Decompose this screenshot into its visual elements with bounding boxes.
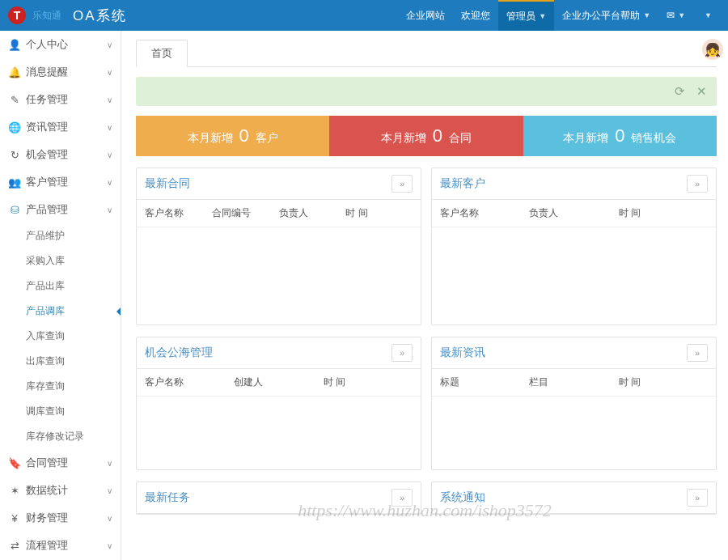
- col-header: 时 间: [619, 375, 708, 389]
- loop-icon: ↻: [8, 149, 21, 161]
- sidebar-label: 机会管理: [26, 147, 68, 162]
- panel-title: 最新客户: [440, 176, 485, 191]
- stat-value: 0: [615, 125, 624, 146]
- user-avatar[interactable]: 👧: [702, 39, 723, 60]
- sidebar: 👤个人中心∨ 🔔消息提醒∨ ✎任务管理∨ 🌐资讯管理∨ ↻机会管理∨ 👥客户管理…: [0, 31, 121, 560]
- sidebar-sub-transfer[interactable]: 产品调库: [18, 299, 121, 324]
- sidebar-item-tasks[interactable]: ✎任务管理∨: [0, 86, 121, 113]
- sidebar-label: 资讯管理: [26, 120, 68, 134]
- col-header: 合同编号: [212, 206, 279, 220]
- chevron-down-icon: ∨: [107, 459, 112, 468]
- panel-body: [137, 397, 421, 469]
- panel-latest-customer: 最新客户» 客户名称 负责人 时 间: [431, 168, 717, 325]
- more-button[interactable]: »: [687, 489, 708, 507]
- sidebar-label: 任务管理: [26, 92, 68, 107]
- panel-latest-news: 最新资讯» 标题 栏目 时 间: [431, 337, 717, 470]
- col-header: 时 间: [619, 206, 708, 220]
- stat-prefix: 本月新增: [188, 131, 233, 144]
- sidebar-sub-in-query[interactable]: 入库查询: [18, 324, 121, 349]
- panel-public-opportunity: 机会公海管理» 客户名称 创建人 时 间: [136, 337, 421, 470]
- sidebar-sub-product-out[interactable]: 产品出库: [18, 274, 121, 299]
- sidebar-sub-maintain[interactable]: 产品维护: [18, 223, 121, 248]
- col-header: 标题: [440, 375, 529, 389]
- sidebar-item-contract[interactable]: 🔖合同管理∨: [0, 449, 121, 477]
- panel-columns: 标题 栏目 时 间: [432, 369, 716, 397]
- sidebar-sub-purchase-in[interactable]: 采购入库: [18, 248, 121, 274]
- sidebar-item-stats[interactable]: ✶数据统计∨: [0, 477, 121, 504]
- retweet-icon: ⇄: [8, 540, 21, 552]
- chevron-down-icon: ▼: [678, 11, 685, 19]
- panel-body: [137, 227, 421, 325]
- sidebar-item-finance[interactable]: ¥财务管理∨: [0, 504, 121, 532]
- sidebar-item-product[interactable]: ⛁产品管理∨: [0, 196, 121, 223]
- sidebar-label: 数据统计: [26, 483, 68, 498]
- tab-home[interactable]: 首页: [136, 40, 188, 67]
- col-header: 客户名称: [440, 206, 529, 220]
- sidebar-sub-stock-log[interactable]: 库存修改记录: [18, 424, 121, 449]
- header-right: 企业网站 欢迎您 管理员▼ 企业办公平台帮助▼ ✉▼ ▼: [398, 0, 720, 31]
- briefcase-icon: 🔖: [8, 457, 21, 469]
- sidebar-item-info[interactable]: 🌐资讯管理∨: [0, 113, 121, 141]
- sidebar-item-workflow[interactable]: ⇄流程管理∨: [0, 532, 121, 559]
- panel-title: 机会公海管理: [145, 346, 213, 360]
- more-button[interactable]: ▼: [693, 0, 720, 31]
- sidebar-sub-stock-query[interactable]: 库存查询: [18, 374, 121, 399]
- app-title: OA系统: [73, 6, 127, 25]
- nav-enterprise-site[interactable]: 企业网站: [398, 0, 453, 31]
- panel-latest-contract: 最新合同» 客户名称 合同编号 负责人 时 间: [136, 168, 421, 325]
- sidebar-item-messages[interactable]: 🔔消息提醒∨: [0, 58, 121, 86]
- panel-columns: 客户名称 负责人 时 间: [432, 200, 716, 227]
- dropbox-icon: ⛁: [8, 204, 21, 216]
- nav-admin[interactable]: 管理员▼: [498, 0, 554, 31]
- sidebar-item-customer[interactable]: 👥客户管理∨: [0, 168, 121, 196]
- chevron-down-icon: ▼: [705, 11, 712, 19]
- col-header: 负责人: [529, 206, 618, 220]
- sidebar-item-personal[interactable]: 👤个人中心∨: [0, 31, 121, 58]
- nav-help[interactable]: 企业办公平台帮助▼: [554, 0, 658, 31]
- col-header: 客户名称: [145, 375, 234, 389]
- chevron-down-icon: ▼: [539, 12, 546, 20]
- col-header: 客户名称: [145, 206, 212, 220]
- app-header: T 乐知通 OA系统 企业网站 欢迎您 管理员▼ 企业办公平台帮助▼ ✉▼ ▼: [0, 0, 728, 31]
- sidebar-item-opportunity[interactable]: ↻机会管理∨: [0, 141, 121, 168]
- chevron-down-icon: ∨: [107, 151, 112, 159]
- sidebar-label: 消息提醒: [26, 65, 68, 79]
- panel-columns: 客户名称 合同编号 负责人 时 间: [137, 200, 421, 227]
- stat-row: 本月新增 0 客户 本月新增 0 合同 本月新增 0 销售机会: [136, 116, 717, 156]
- stat-contract[interactable]: 本月新增 0 合同: [329, 116, 523, 156]
- more-button[interactable]: »: [392, 175, 413, 193]
- sidebar-sub-out-query[interactable]: 出库查询: [18, 349, 121, 374]
- panel-columns: 客户名称 创建人 时 间: [137, 369, 421, 397]
- panel-body: [432, 227, 716, 325]
- panel-system-notice: 系统通知»: [431, 482, 717, 515]
- user-icon: 👤: [8, 39, 21, 51]
- stat-label: 销售机会: [631, 131, 676, 144]
- alert-bar: ⟳ ✕: [136, 77, 717, 106]
- more-button[interactable]: »: [392, 489, 413, 507]
- stat-sales[interactable]: 本月新增 0 销售机会: [523, 116, 717, 156]
- stat-label: 合同: [449, 131, 472, 144]
- sidebar-label: 产品管理: [26, 202, 68, 217]
- logo-subtext: 乐知通: [32, 9, 61, 23]
- chevron-down-icon: ∨: [107, 486, 112, 495]
- stat-prefix: 本月新增: [381, 131, 426, 144]
- more-button[interactable]: »: [392, 344, 413, 362]
- chevron-down-icon: ∨: [107, 95, 112, 104]
- stat-customer[interactable]: 本月新增 0 客户: [136, 116, 329, 156]
- chevron-down-icon: ∨: [107, 40, 112, 49]
- chevron-down-icon: ▼: [643, 11, 650, 19]
- refresh-icon[interactable]: ⟳: [675, 84, 685, 99]
- stat-value: 0: [239, 125, 249, 146]
- panel-title: 最新资讯: [440, 346, 485, 360]
- mail-button[interactable]: ✉▼: [658, 0, 693, 31]
- more-button[interactable]: »: [687, 175, 708, 193]
- more-button[interactable]: »: [687, 344, 708, 362]
- shuffle-icon: ✶: [8, 485, 21, 497]
- close-icon[interactable]: ✕: [696, 84, 707, 99]
- sidebar-sub-transfer-query[interactable]: 调库查询: [18, 399, 121, 424]
- stat-label: 客户: [256, 131, 278, 144]
- panel-body: [432, 397, 716, 469]
- mail-icon: ✉: [667, 10, 675, 21]
- panel-title: 最新合同: [145, 176, 190, 191]
- users-icon: 👥: [8, 176, 21, 189]
